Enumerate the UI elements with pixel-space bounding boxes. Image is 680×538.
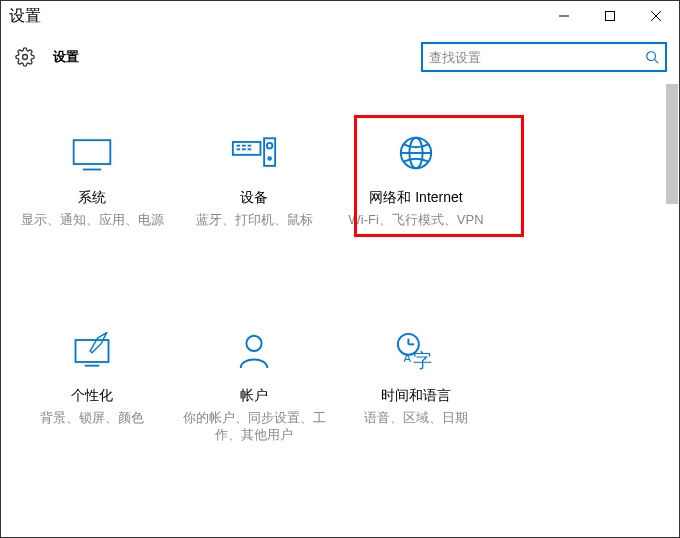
svg-rect-22 [76,340,109,362]
header-bar: 设置 [1,31,679,83]
tile-desc: 显示、通知、应用、电源 [15,211,170,229]
svg-point-17 [267,143,273,149]
person-icon [235,329,273,373]
svg-text:字: 字 [413,350,432,371]
settings-window: 设置 设置 [0,0,680,538]
tile-desc: Wi-Fi、飞行模式、VPN [342,211,489,229]
tile-devices[interactable]: 设备 蓝牙、打印机、鼠标 [173,131,335,229]
tile-personalization[interactable]: 个性化 背景、锁屏、颜色 [11,329,173,444]
maximize-button[interactable] [587,1,633,31]
svg-point-5 [647,52,656,61]
tile-title: 时间和语言 [381,387,451,405]
tile-desc: 蓝牙、打印机、鼠标 [190,211,319,229]
minimize-button[interactable] [541,1,587,31]
gear-icon [15,47,35,67]
content-area: 系统 显示、通知、应用、电源 设备 蓝牙、打印机、鼠标 [1,83,665,537]
tile-title: 帐户 [240,387,268,405]
search-icon[interactable] [639,50,665,64]
search-input[interactable] [423,50,639,65]
tile-title: 个性化 [71,387,113,405]
tile-accounts[interactable]: 帐户 你的帐户、同步设置、工作、其他用户 [173,329,335,444]
tile-desc: 语音、区域、日期 [358,409,474,427]
close-button[interactable] [633,1,679,31]
tile-system[interactable]: 系统 显示、通知、应用、电源 [11,131,173,229]
tile-title: 网络和 Internet [369,189,462,207]
svg-rect-7 [74,140,111,164]
page-title: 设置 [53,48,79,66]
time-language-icon: 字 A [394,329,438,373]
tile-title: 设备 [240,189,268,207]
devices-icon [231,131,277,175]
vertical-scrollbar[interactable] [666,84,678,204]
tile-time-language[interactable]: 字 A 时间和语言 语音、区域、日期 [335,329,497,444]
svg-rect-9 [233,142,261,155]
window-title: 设置 [9,6,41,27]
window-controls [541,1,679,31]
svg-text:A: A [404,352,412,364]
tile-title: 系统 [78,189,106,207]
svg-rect-1 [606,12,615,21]
tile-desc: 你的帐户、同步设置、工作、其他用户 [173,409,335,444]
system-icon [70,131,114,175]
titlebar: 设置 [1,1,679,31]
svg-point-24 [246,335,261,350]
tile-desc: 背景、锁屏、颜色 [34,409,150,427]
tile-network[interactable]: 网络和 Internet Wi-Fi、飞行模式、VPN [335,131,497,229]
settings-grid: 系统 显示、通知、应用、电源 设备 蓝牙、打印机、鼠标 [1,83,665,537]
search-box[interactable] [421,42,667,72]
svg-point-18 [268,157,271,160]
personalization-icon [70,329,114,373]
svg-point-4 [23,55,28,60]
svg-line-6 [655,60,659,64]
globe-icon [397,131,435,175]
